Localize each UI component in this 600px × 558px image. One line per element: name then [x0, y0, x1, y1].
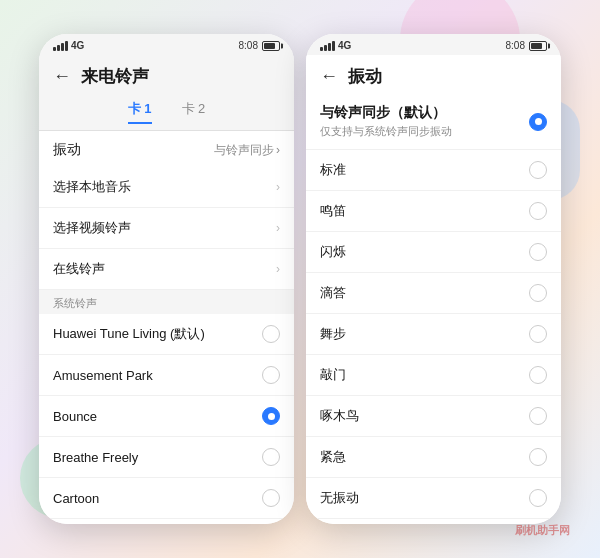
- vibration-item-3[interactable]: 滴答: [306, 273, 561, 314]
- sync-option-radio[interactable]: [529, 113, 547, 131]
- phones-container: 4G 8:08 ← 来电铃声 卡 1 卡 2 振动 与铃声同步 ›: [39, 34, 561, 524]
- battery-fill-2: [531, 43, 542, 49]
- vibration-item-4[interactable]: 舞步: [306, 314, 561, 355]
- vibration-arrow-1: ›: [276, 143, 280, 157]
- ringtone-label-2: Bounce: [53, 409, 97, 424]
- signal-bar-1: [53, 47, 56, 51]
- signal-bar-4: [65, 41, 68, 51]
- back-button-2[interactable]: ←: [320, 66, 338, 87]
- ringtone-radio-3[interactable]: [262, 448, 280, 466]
- watermark: 刷机助手网: [515, 523, 570, 538]
- vibration-radio-4[interactable]: [529, 325, 547, 343]
- list-item-local-music[interactable]: 选择本地音乐 ›: [39, 167, 294, 208]
- vibration-radio-5[interactable]: [529, 366, 547, 384]
- vibration-list: 标准 鸣笛 闪烁 滴答 舞步 敲门: [306, 150, 561, 524]
- battery-fill-1: [264, 43, 275, 49]
- signal-bar-2-2: [324, 45, 327, 51]
- vibration-radio-7[interactable]: [529, 448, 547, 466]
- time-1: 8:08: [239, 40, 258, 51]
- list-item-video-ringtone[interactable]: 选择视频铃声 ›: [39, 208, 294, 249]
- tab-card-1[interactable]: 卡 1: [128, 100, 152, 124]
- ringtone-item-4[interactable]: Cartoon: [39, 478, 294, 519]
- status-left-2: 4G: [320, 40, 351, 51]
- tab-card-2[interactable]: 卡 2: [182, 100, 206, 124]
- vibration-item-1[interactable]: 鸣笛: [306, 191, 561, 232]
- status-bar-1: 4G 8:08: [39, 34, 294, 55]
- signal-bar-3: [61, 43, 64, 51]
- sync-option[interactable]: 与铃声同步（默认） 仅支持与系统铃声同步振动: [306, 94, 561, 150]
- vibration-item-6[interactable]: 啄木鸟: [306, 396, 561, 437]
- vibration-radio-0[interactable]: [529, 161, 547, 179]
- status-right-1: 8:08: [239, 40, 280, 51]
- vibration-row-1[interactable]: 振动 与铃声同步 ›: [39, 131, 294, 167]
- vibration-radio-3[interactable]: [529, 284, 547, 302]
- ringtone-item-1[interactable]: Amusement Park: [39, 355, 294, 396]
- video-ringtone-label: 选择视频铃声: [53, 219, 131, 237]
- network-type-2: 4G: [338, 40, 351, 51]
- ringtone-item-5[interactable]: Chilled: [39, 519, 294, 524]
- signal-bar-2-3: [328, 43, 331, 51]
- network-type-1: 4G: [71, 40, 84, 51]
- status-right-2: 8:08: [506, 40, 547, 51]
- tabs-row-1: 卡 1 卡 2: [39, 94, 294, 131]
- ringtone-label-1: Amusement Park: [53, 368, 153, 383]
- vibration-radio-6[interactable]: [529, 407, 547, 425]
- vibration-item-5[interactable]: 敲门: [306, 355, 561, 396]
- local-music-label: 选择本地音乐: [53, 178, 131, 196]
- ringtone-label-4: Cartoon: [53, 491, 99, 506]
- ringtone-radio-0[interactable]: [262, 325, 280, 343]
- vibration-label-text-6: 啄木鸟: [320, 407, 359, 425]
- signal-bar-2: [57, 45, 60, 51]
- ringtone-item-2[interactable]: Bounce: [39, 396, 294, 437]
- ringtone-label-3: Breathe Freely: [53, 450, 138, 465]
- ringtone-item-0[interactable]: Huawei Tune Living (默认): [39, 314, 294, 355]
- vibration-radio-8[interactable]: [529, 489, 547, 507]
- vibration-item-0[interactable]: 标准: [306, 150, 561, 191]
- status-bar-2: 4G 8:08: [306, 34, 561, 55]
- battery-icon-1: [262, 41, 280, 51]
- sync-option-title: 与铃声同步（默认）: [320, 104, 452, 122]
- vibration-item-7[interactable]: 紧急: [306, 437, 561, 478]
- signal-bar-2-1: [320, 47, 323, 51]
- vibration-value-text-1: 与铃声同步: [214, 142, 274, 159]
- vibration-label-text-3: 滴答: [320, 284, 346, 302]
- sync-option-left: 与铃声同步（默认） 仅支持与系统铃声同步振动: [320, 104, 452, 139]
- ringtone-radio-4[interactable]: [262, 489, 280, 507]
- signal-bars-2: [320, 41, 335, 51]
- back-button-1[interactable]: ←: [53, 66, 71, 87]
- signal-bar-2-4: [332, 41, 335, 51]
- sync-option-subtitle: 仅支持与系统铃声同步振动: [320, 124, 452, 139]
- battery-icon-2: [529, 41, 547, 51]
- phone-ringtone: 4G 8:08 ← 来电铃声 卡 1 卡 2 振动 与铃声同步 ›: [39, 34, 294, 524]
- vibration-label-text-0: 标准: [320, 161, 346, 179]
- ringtone-radio-1[interactable]: [262, 366, 280, 384]
- vibration-label-text-8: 无振动: [320, 489, 359, 507]
- vibration-label-text-4: 舞步: [320, 325, 346, 343]
- vibration-value-1: 与铃声同步 ›: [214, 142, 280, 159]
- ringtone-item-3[interactable]: Breathe Freely: [39, 437, 294, 478]
- signal-bars-1: [53, 41, 68, 51]
- ringtone-label-0: Huawei Tune Living (默认): [53, 325, 205, 343]
- vibration-radio-2[interactable]: [529, 243, 547, 261]
- menu-list-1: 选择本地音乐 › 选择视频铃声 › 在线铃声 › 系统铃声 Huawei Tun…: [39, 167, 294, 524]
- page-header-1: ← 来电铃声: [39, 55, 294, 94]
- vibration-item-8[interactable]: 无振动: [306, 478, 561, 519]
- vibration-label-1: 振动: [53, 141, 81, 159]
- local-music-arrow: ›: [276, 180, 280, 194]
- list-item-online-ringtone[interactable]: 在线铃声 ›: [39, 249, 294, 290]
- system-ringtone-section: 系统铃声: [39, 290, 294, 314]
- page-title-1: 来电铃声: [81, 65, 149, 88]
- ringtone-radio-2[interactable]: [262, 407, 280, 425]
- time-2: 8:08: [506, 40, 525, 51]
- online-ringtone-arrow: ›: [276, 262, 280, 276]
- vibration-label-text-1: 鸣笛: [320, 202, 346, 220]
- online-ringtone-label: 在线铃声: [53, 260, 105, 278]
- vibration-label-text-5: 敲门: [320, 366, 346, 384]
- video-ringtone-arrow: ›: [276, 221, 280, 235]
- vibration-label-text-2: 闪烁: [320, 243, 346, 261]
- status-left-1: 4G: [53, 40, 84, 51]
- vibration-item-2[interactable]: 闪烁: [306, 232, 561, 273]
- vibration-radio-1[interactable]: [529, 202, 547, 220]
- phone-vibration: 4G 8:08 ← 振动 与铃声同步（默认） 仅支持与系统铃声同步振动: [306, 34, 561, 524]
- page-header-2: ← 振动: [306, 55, 561, 94]
